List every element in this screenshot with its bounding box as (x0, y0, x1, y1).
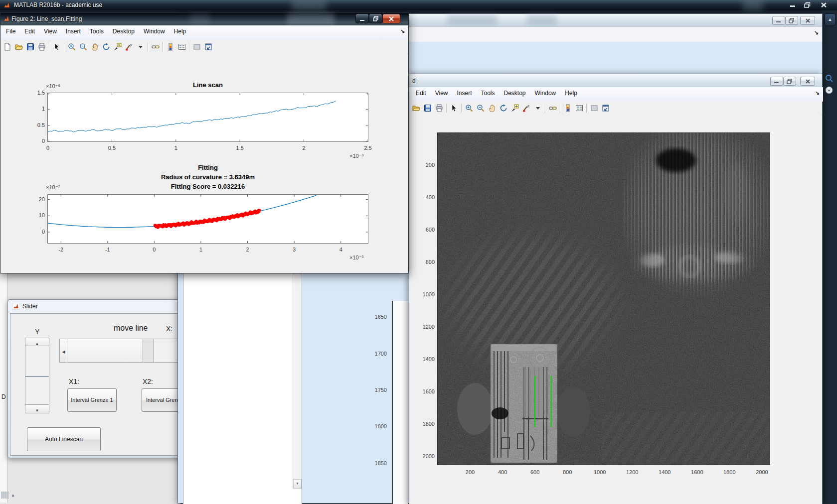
data-cursor-icon[interactable] (509, 103, 520, 114)
fitting-title-2: Radius of curvature = 3.6349m (48, 173, 368, 181)
hidden-axes-tick-1800: 1800 (360, 423, 387, 429)
pan-hand-icon[interactable] (89, 41, 100, 52)
menu-tools[interactable]: Tools (477, 87, 500, 99)
brush-dropdown-icon[interactable] (135, 41, 146, 52)
toolbar-separator (446, 104, 447, 113)
dropdown-circle-icon[interactable] (825, 86, 834, 97)
fitting-ytick-10: 10 (28, 212, 45, 218)
close-button[interactable] (382, 14, 400, 23)
figure-titlebar[interactable]: d (409, 74, 822, 87)
toolbar-separator (560, 104, 560, 113)
image-xtick-600: 600 (523, 469, 546, 475)
link-plot-icon[interactable] (150, 41, 161, 52)
menu-edit[interactable]: Edit (411, 87, 431, 99)
y-slider-upper-track[interactable] (25, 346, 49, 377)
print-figure-icon[interactable] (36, 41, 47, 52)
close-button[interactable] (817, 1, 831, 8)
slider-client: Y ▲ ▼ move line X: ◀ X1: X2: Interval Gr… (10, 313, 198, 456)
panel-collapse-icon[interactable]: ▲ (825, 13, 836, 25)
auto-linescan-button[interactable]: Auto Linescan (27, 427, 101, 451)
insert-colorbar-icon[interactable] (562, 103, 573, 114)
edit-arrow-icon[interactable] (51, 41, 62, 52)
menu-desktop[interactable]: Desktop (500, 87, 530, 99)
toolbar-separator (163, 42, 163, 51)
figure-canvas: 2004006008001000120014001600180020002004… (409, 115, 821, 504)
menu-view[interactable]: View (431, 87, 453, 99)
maximize-button[interactable] (783, 77, 796, 86)
menu-insert[interactable]: Insert (61, 25, 85, 37)
menu-window[interactable]: Window (530, 87, 561, 99)
unwrapped-phase-image (438, 133, 770, 465)
save-figure-icon[interactable] (24, 41, 36, 52)
maximize-button[interactable] (369, 14, 382, 23)
menu-tools[interactable]: Tools (85, 25, 108, 37)
menu-file[interactable]: File (1, 25, 20, 37)
figure-menubar: EditViewInsertToolsDesktopWindowHelp↘ (409, 87, 823, 102)
dock-figure-icon[interactable]: ↘ (400, 28, 405, 34)
close-button[interactable] (800, 77, 815, 86)
toolbar-separator (586, 104, 587, 113)
maximize-button[interactable] (785, 16, 798, 25)
linescan-xtick-0: 0 (37, 145, 59, 151)
interval-grenze-1-button[interactable]: Interval Grenze 1 (67, 388, 117, 412)
pan-hand-icon[interactable] (486, 103, 498, 114)
matlab-icon (3, 1, 10, 10)
matlab-main-titlebar[interactable]: MATLAB R2016b - academic use (0, 0, 837, 10)
minimize-button[interactable] (786, 1, 799, 8)
menu-desktop[interactable]: Desktop (108, 25, 139, 37)
open-file-icon[interactable] (410, 103, 422, 114)
print-figure-icon[interactable] (433, 103, 445, 114)
minimize-button[interactable] (772, 16, 785, 25)
open-file-icon[interactable] (13, 41, 24, 52)
dock-figure-icon[interactable] (202, 41, 214, 52)
save-figure-icon[interactable] (422, 103, 433, 114)
insert-legend-icon[interactable] (176, 41, 187, 52)
maximize-button[interactable] (801, 1, 814, 8)
dock-figure-icon[interactable] (600, 103, 611, 114)
y-slider-down[interactable]: ▼ (25, 404, 49, 413)
insert-legend-icon[interactable] (573, 103, 585, 114)
x-slider-track[interactable] (143, 339, 155, 363)
image-xtick-800: 800 (556, 469, 579, 475)
image-ytick-400: 400 (412, 194, 435, 200)
insert-colorbar-icon[interactable] (165, 41, 176, 52)
splitter-grip-icon[interactable]: ▲ (1, 492, 15, 499)
linescan-x-exponent: ×10⁻³ (349, 153, 363, 159)
hide-plot-tools-icon[interactable] (191, 41, 202, 52)
rotate-3d-icon[interactable] (100, 41, 112, 52)
brush-data-icon[interactable] (123, 41, 135, 52)
zoom-out-icon[interactable] (475, 103, 486, 114)
dock-figure-icon[interactable]: ↘ (814, 29, 819, 36)
new-document-icon[interactable] (1, 41, 13, 52)
edit-arrow-icon[interactable] (448, 103, 460, 114)
minimize-button[interactable] (355, 14, 369, 23)
menu-help[interactable]: Help (169, 25, 191, 37)
image-ytick-1200: 1200 (412, 324, 435, 330)
zoom-in-icon[interactable] (66, 41, 77, 52)
collapsed-panel-tab[interactable]: D (1, 393, 6, 400)
hidden-axes-tick-1700: 1700 (360, 351, 387, 357)
toolbar-separator (189, 42, 189, 51)
menu-window[interactable]: Window (139, 25, 169, 37)
link-plot-icon[interactable] (547, 103, 558, 114)
close-button[interactable] (800, 16, 815, 25)
menu-help[interactable]: Help (560, 87, 582, 99)
hide-plot-tools-icon[interactable] (588, 103, 600, 114)
minimize-button[interactable] (770, 77, 783, 86)
figure2-titlebar[interactable]: Figure 2: Line_scan,Fitting (0, 13, 408, 25)
data-cursor-icon[interactable] (112, 41, 123, 52)
brush-data-icon[interactable] (520, 103, 532, 114)
search-icon[interactable] (825, 74, 834, 85)
menu-insert[interactable]: Insert (452, 87, 476, 99)
y-slider-lower-track[interactable] (25, 377, 49, 405)
scroll-down-icon[interactable]: ▼ (293, 479, 302, 489)
rotate-3d-icon[interactable] (498, 103, 509, 114)
menu-edit[interactable]: Edit (20, 25, 39, 37)
zoom-in-icon[interactable] (463, 103, 475, 114)
menu-view[interactable]: View (39, 25, 61, 37)
x-slider-thumb[interactable] (67, 339, 144, 363)
brush-dropdown-icon[interactable] (532, 103, 543, 114)
zoom-out-icon[interactable] (77, 41, 89, 52)
dock-figure-icon[interactable]: ↘ (815, 90, 820, 96)
slider-titlebar[interactable]: Slider (8, 300, 200, 313)
